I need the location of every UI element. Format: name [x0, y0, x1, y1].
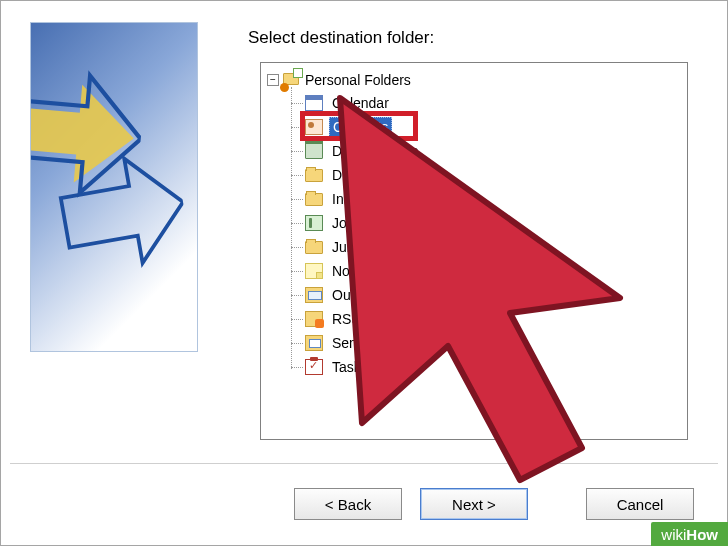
tree-item-label: Sent Items	[329, 334, 402, 352]
outbox-icon	[305, 287, 323, 303]
tree-item[interactable]: Inbox	[305, 187, 683, 211]
trash-icon	[305, 143, 323, 159]
tree-item-label: Deleted Items	[329, 142, 421, 160]
back-button[interactable]: < Back	[294, 488, 402, 520]
watermark: wikiHow	[651, 522, 728, 546]
tree-item-label: Calendar	[329, 94, 392, 112]
tree-item-label: Journal	[329, 214, 381, 232]
tree-item-label: Outbox	[329, 286, 380, 304]
personal-folders-icon	[283, 71, 301, 89]
tree-item[interactable]: Sent Items	[305, 331, 683, 355]
calendar-icon	[305, 95, 323, 111]
tree-item-label: RSS Feeds	[329, 310, 407, 328]
tree-item-label: Junk E-mail	[329, 238, 408, 256]
separator	[10, 463, 718, 464]
folder-tree[interactable]: − Personal Folders CalendarContactsDelet…	[260, 62, 688, 440]
notes-icon	[305, 263, 323, 279]
tree-item[interactable]: Outbox	[305, 283, 683, 307]
next-button[interactable]: Next >	[420, 488, 528, 520]
folder-icon	[305, 169, 323, 182]
cancel-button[interactable]: Cancel	[586, 488, 694, 520]
tree-item[interactable]: Notes	[305, 259, 683, 283]
tree-item-label: Inbox	[329, 190, 369, 208]
decorative-arrow-icon	[48, 140, 194, 286]
sent-icon	[305, 335, 323, 351]
rss-icon	[305, 311, 323, 327]
tree-item[interactable]: Contacts	[305, 115, 683, 139]
tree-item-label: Notes	[329, 262, 372, 280]
watermark-prefix: wiki	[661, 526, 686, 543]
expander-icon[interactable]: −	[267, 74, 279, 86]
tasks-icon	[305, 359, 323, 375]
tree-item-label: Drafts	[329, 166, 372, 184]
tree-item[interactable]: Tasks	[305, 355, 683, 379]
tree-item[interactable]: Deleted Items	[305, 139, 683, 163]
svg-marker-2	[56, 150, 192, 275]
wizard-graphic	[30, 22, 198, 352]
tree-item[interactable]: Calendar	[305, 91, 683, 115]
tree-item[interactable]: RSS Feeds	[305, 307, 683, 331]
folder-icon	[305, 241, 323, 254]
watermark-suffix: How	[686, 526, 718, 543]
tree-root-label: Personal Folders	[305, 72, 411, 88]
tree-item[interactable]: Drafts	[305, 163, 683, 187]
tree-item-label: Tasks	[329, 358, 371, 376]
journal-icon	[305, 215, 323, 231]
tree-item-label: Contacts	[329, 117, 392, 137]
contacts-icon	[305, 119, 323, 135]
tree-item[interactable]: Junk E-mail	[305, 235, 683, 259]
folder-icon	[305, 193, 323, 206]
tree-root-row[interactable]: − Personal Folders	[265, 69, 683, 91]
button-row: < Back Next > Cancel	[0, 488, 728, 520]
prompt-label: Select destination folder:	[248, 28, 434, 48]
tree-item[interactable]: Journal	[305, 211, 683, 235]
